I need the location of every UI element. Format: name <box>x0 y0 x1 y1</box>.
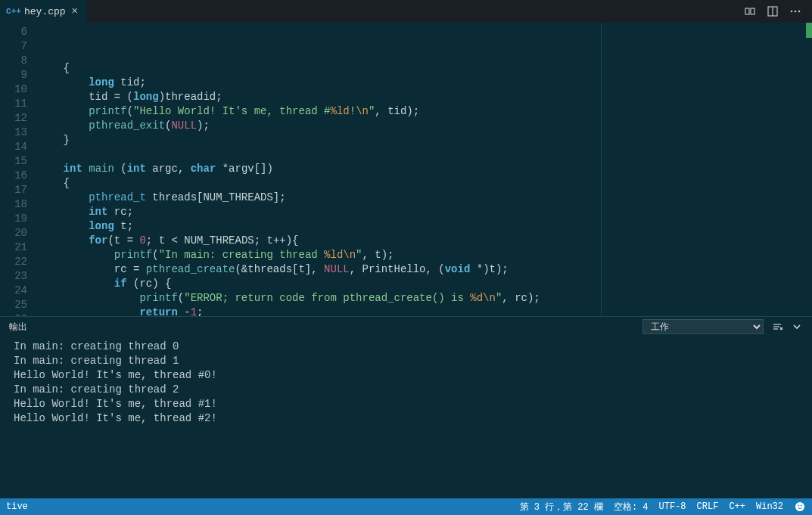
svg-point-13 <box>798 505 799 507</box>
line-number: 7 <box>0 39 38 54</box>
tab-bar: C++ hey.cpp × <box>0 0 812 23</box>
code-line[interactable]: printf("ERROR; return code from pthread_… <box>38 291 812 306</box>
code-line[interactable]: printf("Hello World! It's me, thread #%l… <box>38 104 812 119</box>
output-panel: 輸出 工作 In main: creating thread 0 In main… <box>0 316 812 498</box>
smiley-icon[interactable] <box>794 501 806 513</box>
status-encoding[interactable]: UTF-8 <box>659 501 686 512</box>
code-line[interactable]: long t; <box>38 219 812 234</box>
svg-point-14 <box>801 505 802 507</box>
code-line[interactable]: { <box>38 61 812 76</box>
ruler <box>601 23 602 316</box>
status-left[interactable]: tive <box>6 501 28 512</box>
code-line[interactable]: for(t = 0; t < NUM_THREADS; t++){ <box>38 234 812 248</box>
line-number: 13 <box>0 126 38 140</box>
svg-point-5 <box>795 11 797 13</box>
close-icon[interactable]: × <box>70 5 79 17</box>
line-number: 21 <box>0 240 38 255</box>
line-number: 10 <box>0 82 38 97</box>
line-gutter: 6789101112131415161718192021222324252627 <box>0 23 38 316</box>
line-number: 14 <box>0 140 38 154</box>
tab-label: hey.cpp <box>24 6 66 17</box>
task-select[interactable]: 工作 <box>642 319 764 334</box>
line-number: 12 <box>0 111 38 126</box>
tab-heycpp[interactable]: C++ hey.cpp × <box>0 0 87 23</box>
line-number: 20 <box>0 226 38 240</box>
line-number: 26 <box>0 312 38 316</box>
line-number: 9 <box>0 68 38 82</box>
status-eol[interactable]: CRLF <box>697 501 719 512</box>
status-spaces[interactable]: 空格: 4 <box>614 501 649 513</box>
line-number: 8 <box>0 54 38 68</box>
code-line[interactable]: return -1; <box>38 306 812 316</box>
code-line[interactable]: if (rc) { <box>38 277 812 291</box>
code-line[interactable]: pthread_t threads[NUM_THREADS]; <box>38 191 812 205</box>
chevron-down-icon[interactable] <box>791 321 803 333</box>
line-number: 23 <box>0 269 38 284</box>
status-bar: tive 第 3 行，第 22 欄 空格: 4 UTF-8 CRLF C++ W… <box>0 498 812 515</box>
line-number: 25 <box>0 298 38 312</box>
line-number: 18 <box>0 197 38 212</box>
code-area[interactable]: { long tid; tid = (long)threadid; printf… <box>38 23 812 316</box>
panel-header: 輸出 工作 <box>0 317 812 337</box>
split-icon[interactable] <box>767 5 779 17</box>
minimap-slider[interactable] <box>806 23 812 38</box>
svg-point-12 <box>795 502 804 511</box>
svg-point-6 <box>798 11 801 13</box>
panel-title: 輸出 <box>9 321 27 334</box>
clear-icon[interactable] <box>771 321 783 333</box>
line-number: 11 <box>0 97 38 111</box>
compare-icon[interactable] <box>744 5 756 17</box>
line-number: 17 <box>0 183 38 197</box>
code-line[interactable]: } <box>38 133 812 147</box>
code-line[interactable] <box>38 147 812 162</box>
more-icon[interactable] <box>789 5 801 17</box>
code-line[interactable]: long tid; <box>38 76 812 90</box>
svg-rect-0 <box>745 8 749 14</box>
editor[interactable]: 6789101112131415161718192021222324252627… <box>0 23 812 316</box>
output-body[interactable]: In main: creating thread 0 In main: crea… <box>0 337 812 498</box>
svg-point-4 <box>791 11 793 13</box>
code-line[interactable]: tid = (long)threadid; <box>38 90 812 104</box>
code-line[interactable]: rc = pthread_create(&threads[t], NULL, P… <box>38 262 812 277</box>
line-number: 15 <box>0 154 38 169</box>
code-line[interactable]: printf("In main: creating thread %ld\n",… <box>38 248 812 262</box>
line-number: 6 <box>0 25 38 39</box>
svg-rect-1 <box>751 8 754 14</box>
code-line[interactable]: pthread_exit(NULL); <box>38 119 812 133</box>
status-lang[interactable]: C++ <box>729 501 745 512</box>
line-number: 16 <box>0 169 38 183</box>
cpp-icon: C++ <box>8 5 20 17</box>
line-number: 22 <box>0 255 38 269</box>
status-platform[interactable]: Win32 <box>756 501 783 512</box>
code-line[interactable]: { <box>38 176 812 191</box>
code-line[interactable]: int main (int argc, char *argv[]) <box>38 162 812 176</box>
code-line[interactable]: int rc; <box>38 205 812 219</box>
status-position[interactable]: 第 3 行，第 22 欄 <box>520 501 603 513</box>
line-number: 19 <box>0 212 38 226</box>
line-number: 24 <box>0 284 38 298</box>
